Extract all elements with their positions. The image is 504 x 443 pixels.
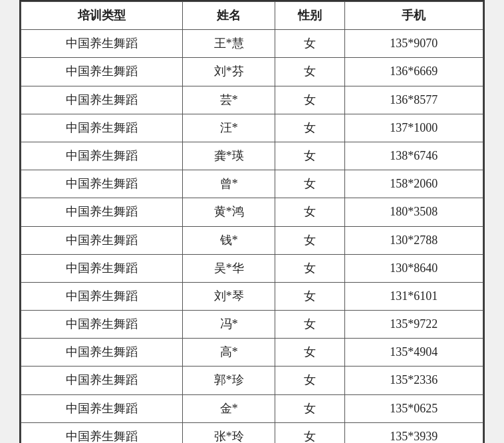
cell-gender: 女 <box>275 367 344 394</box>
cell-type: 中国养生舞蹈 <box>21 170 183 198</box>
cell-phone: 137*1000 <box>344 114 483 142</box>
table-row: 中国养生舞蹈高*女135*4904 <box>21 339 483 367</box>
cell-name: 金* <box>183 394 275 422</box>
header-gender: 性别 <box>275 2 344 30</box>
table-row: 中国养生舞蹈王*慧女135*9070 <box>21 30 483 58</box>
header-phone: 手机 <box>344 2 483 30</box>
cell-name: 汪* <box>183 114 275 142</box>
cell-type: 中国养生舞蹈 <box>21 339 183 367</box>
cell-gender: 女 <box>275 86 344 114</box>
cell-type: 中国养生舞蹈 <box>21 142 183 170</box>
cell-phone: 180*3508 <box>344 198 483 226</box>
table-row: 中国养生舞蹈吴*华女130*8640 <box>21 254 483 282</box>
cell-gender: 女 <box>275 114 344 142</box>
cell-gender: 女 <box>275 311 344 339</box>
cell-phone: 130*2788 <box>344 226 483 254</box>
cell-type: 中国养生舞蹈 <box>21 254 183 282</box>
header-type: 培训类型 <box>21 2 183 30</box>
cell-gender: 女 <box>275 422 344 443</box>
cell-type: 中国养生舞蹈 <box>21 367 183 394</box>
cell-gender: 女 <box>275 339 344 367</box>
cell-gender: 女 <box>275 170 344 198</box>
cell-type: 中国养生舞蹈 <box>21 114 183 142</box>
cell-gender: 女 <box>275 142 344 170</box>
cell-gender: 女 <box>275 58 344 86</box>
cell-name: 刘*琴 <box>183 282 275 310</box>
cell-phone: 135*3939 <box>344 422 483 443</box>
cell-type: 中国养生舞蹈 <box>21 86 183 114</box>
cell-type: 中国养生舞蹈 <box>21 282 183 310</box>
cell-name: 刘*芬 <box>183 58 275 86</box>
table-row: 中国养生舞蹈芸*女136*8577 <box>21 86 483 114</box>
cell-phone: 135*9070 <box>344 30 483 58</box>
cell-name: 张*玲 <box>183 422 275 443</box>
table-row: 中国养生舞蹈龚*瑛女138*6746 <box>21 142 483 170</box>
cell-phone: 136*6669 <box>344 58 483 86</box>
table-row: 中国养生舞蹈冯*女135*9722 <box>21 311 483 339</box>
cell-name: 龚*瑛 <box>183 142 275 170</box>
cell-gender: 女 <box>275 394 344 422</box>
table-row: 中国养生舞蹈曾*女158*2060 <box>21 170 483 198</box>
cell-phone: 158*2060 <box>344 170 483 198</box>
table-row: 中国养生舞蹈黄*鸿女180*3508 <box>21 198 483 226</box>
cell-type: 中国养生舞蹈 <box>21 226 183 254</box>
cell-type: 中国养生舞蹈 <box>21 198 183 226</box>
cell-phone: 135*0625 <box>344 394 483 422</box>
table-header-row: 培训类型 姓名 性别 手机 <box>21 2 483 30</box>
cell-name: 王*慧 <box>183 30 275 58</box>
main-table-container: 培训类型 姓名 性别 手机 中国养生舞蹈王*慧女135*9070中国养生舞蹈刘*… <box>19 0 485 443</box>
cell-type: 中国养生舞蹈 <box>21 422 183 443</box>
cell-phone: 138*6746 <box>344 142 483 170</box>
cell-phone: 131*6101 <box>344 282 483 310</box>
cell-phone: 130*8640 <box>344 254 483 282</box>
cell-phone: 136*8577 <box>344 86 483 114</box>
cell-type: 中国养生舞蹈 <box>21 311 183 339</box>
cell-name: 吴*华 <box>183 254 275 282</box>
table-row: 中国养生舞蹈张*玲女135*3939 <box>21 422 483 443</box>
cell-name: 曾* <box>183 170 275 198</box>
cell-name: 高* <box>183 339 275 367</box>
table-row: 中国养生舞蹈钱*女130*2788 <box>21 226 483 254</box>
cell-name: 冯* <box>183 311 275 339</box>
cell-gender: 女 <box>275 226 344 254</box>
cell-type: 中国养生舞蹈 <box>21 394 183 422</box>
cell-gender: 女 <box>275 198 344 226</box>
table-row: 中国养生舞蹈郭*珍女135*2336 <box>21 367 483 394</box>
header-name: 姓名 <box>183 2 275 30</box>
cell-name: 郭*珍 <box>183 367 275 394</box>
cell-name: 黄*鸿 <box>183 198 275 226</box>
cell-phone: 135*9722 <box>344 311 483 339</box>
cell-name: 钱* <box>183 226 275 254</box>
table-row: 中国养生舞蹈汪*女137*1000 <box>21 114 483 142</box>
table-row: 中国养生舞蹈刘*琴女131*6101 <box>21 282 483 310</box>
cell-type: 中国养生舞蹈 <box>21 30 183 58</box>
data-table: 培训类型 姓名 性别 手机 中国养生舞蹈王*慧女135*9070中国养生舞蹈刘*… <box>21 1 483 443</box>
table-row: 中国养生舞蹈金*女135*0625 <box>21 394 483 422</box>
cell-gender: 女 <box>275 254 344 282</box>
cell-phone: 135*2336 <box>344 367 483 394</box>
table-row: 中国养生舞蹈刘*芬女136*6669 <box>21 58 483 86</box>
cell-type: 中国养生舞蹈 <box>21 58 183 86</box>
cell-name: 芸* <box>183 86 275 114</box>
cell-gender: 女 <box>275 30 344 58</box>
cell-gender: 女 <box>275 282 344 310</box>
cell-phone: 135*4904 <box>344 339 483 367</box>
